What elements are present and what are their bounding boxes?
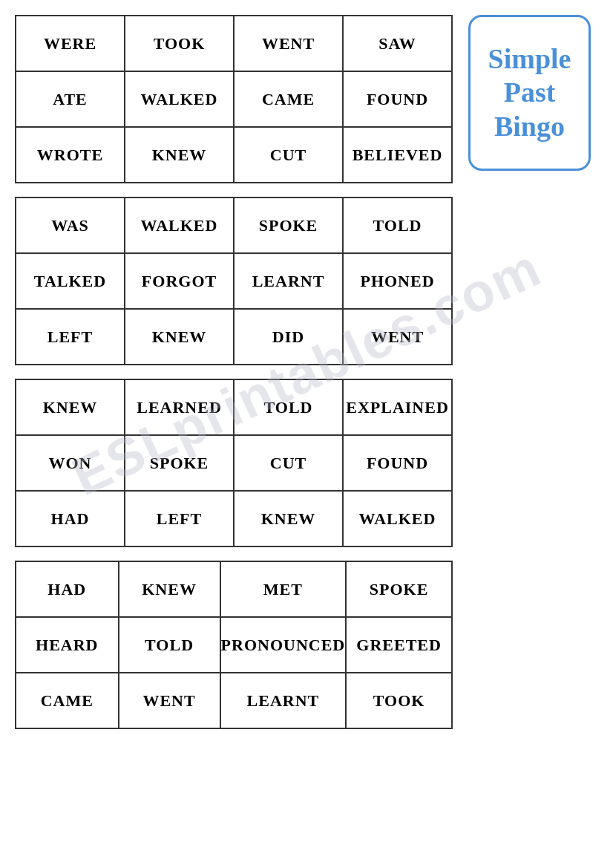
table-cell: TALKED xyxy=(16,253,125,309)
bingo-card-3: KNEWLEARNEDTOLDEXPLAINEDWONSPOKECUTFOUND… xyxy=(15,379,598,547)
table-cell: WAS xyxy=(16,198,125,253)
table-cell: TOLD xyxy=(119,617,220,673)
table-cell: KNEW xyxy=(119,561,220,617)
table-cell: ATE xyxy=(16,71,125,127)
table-cell: GREETED xyxy=(346,617,452,673)
table-row: KNEWLEARNEDTOLDEXPLAINED xyxy=(16,379,452,435)
table-row: HADKNEWMETSPOKE xyxy=(16,561,452,617)
table-cell: SPOKE xyxy=(125,435,234,491)
table-cell: CUT xyxy=(234,127,343,183)
table-cell: WROTE xyxy=(16,127,125,183)
table-row: TALKEDFORGOTLEARNTPHONED xyxy=(16,253,452,309)
table-cell: LEARNT xyxy=(234,253,343,309)
table-cell: CUT xyxy=(234,435,343,491)
title-line1: Simple xyxy=(488,43,571,74)
title-line2: Past xyxy=(504,76,556,108)
table-cell: LEFT xyxy=(16,309,125,365)
table-cell: SPOKE xyxy=(234,198,343,253)
table-cell: LEARNED xyxy=(125,379,234,435)
table-cell: TOLD xyxy=(343,198,452,253)
table-cell: EXPLAINED xyxy=(343,379,452,435)
table-cell: WALKED xyxy=(343,491,452,546)
table-cell: PHONED xyxy=(343,253,452,309)
table-cell: LEARNT xyxy=(220,673,347,728)
table-cell: CAME xyxy=(234,71,343,127)
table-row: WASWALKEDSPOKETOLD xyxy=(16,198,452,253)
table-cell: WENT xyxy=(234,16,343,71)
table-cell: SAW xyxy=(343,16,452,71)
table-cell: WENT xyxy=(119,673,220,728)
table-cell: HAD xyxy=(16,561,119,617)
table-row: ATEWALKEDCAMEFOUND xyxy=(16,71,452,127)
table-cell: WERE xyxy=(16,16,125,71)
table-cell: WON xyxy=(16,435,125,491)
table-cell: WALKED xyxy=(125,198,234,253)
table-cell: KNEW xyxy=(234,491,343,546)
table-cell: FORGOT xyxy=(125,253,234,309)
table-row: LEFTKNEWDIDWENT xyxy=(16,309,452,365)
table-cell: LEFT xyxy=(125,491,234,546)
table-row: CAMEWENTLEARNTTOOK xyxy=(16,673,452,728)
table-row: WONSPOKECUTFOUND xyxy=(16,435,452,491)
table-cell: BELIEVED xyxy=(343,127,452,183)
table-cell: KNEW xyxy=(16,379,125,435)
table-cell: TOLD xyxy=(234,379,343,435)
bingo-card-4: HADKNEWMETSPOKEHEARDTOLDPRONOUNCEDGREETE… xyxy=(15,561,598,729)
table-cell: TOOK xyxy=(346,673,452,728)
table-cell: TOOK xyxy=(125,16,234,71)
table-cell: HAD xyxy=(16,491,125,546)
table-cell: FOUND xyxy=(343,435,452,491)
page-container: Simple Past Bingo ESLprintables.com WERE… xyxy=(15,15,598,729)
table-row: WROTEKNEWCUTBELIEVED xyxy=(16,127,452,183)
table-cell: FOUND xyxy=(343,71,452,127)
table-row: HADLEFTKNEWWALKED xyxy=(16,491,452,546)
table-cell: KNEW xyxy=(125,309,234,365)
table-cell: CAME xyxy=(16,673,119,728)
table-cell: HEARD xyxy=(16,617,119,673)
table-cell: MET xyxy=(220,561,347,617)
title-box: Simple Past Bingo xyxy=(468,15,591,171)
table-cell: WENT xyxy=(343,309,452,365)
title-line3: Bingo xyxy=(494,111,565,142)
grid-table-3: KNEWLEARNEDTOLDEXPLAINEDWONSPOKECUTFOUND… xyxy=(15,379,453,547)
table-cell: SPOKE xyxy=(346,561,452,617)
table-cell: PRONOUNCED xyxy=(220,617,347,673)
table-row: WERETOOKWENTSAW xyxy=(16,16,452,71)
table-cell: WALKED xyxy=(125,71,234,127)
table-cell: DID xyxy=(234,309,343,365)
title-text: Simple Past Bingo xyxy=(488,42,571,144)
table-row: HEARDTOLDPRONOUNCEDGREETED xyxy=(16,617,452,673)
bingo-card-2: WASWALKEDSPOKETOLDTALKEDFORGOTLEARNTPHON… xyxy=(15,197,598,365)
grid-table-4: HADKNEWMETSPOKEHEARDTOLDPRONOUNCEDGREETE… xyxy=(15,561,453,729)
grid-table-1: WERETOOKWENTSAWATEWALKEDCAMEFOUNDWROTEKN… xyxy=(15,15,453,183)
table-cell: KNEW xyxy=(125,127,234,183)
grid-table-2: WASWALKEDSPOKETOLDTALKEDFORGOTLEARNTPHON… xyxy=(15,197,453,365)
